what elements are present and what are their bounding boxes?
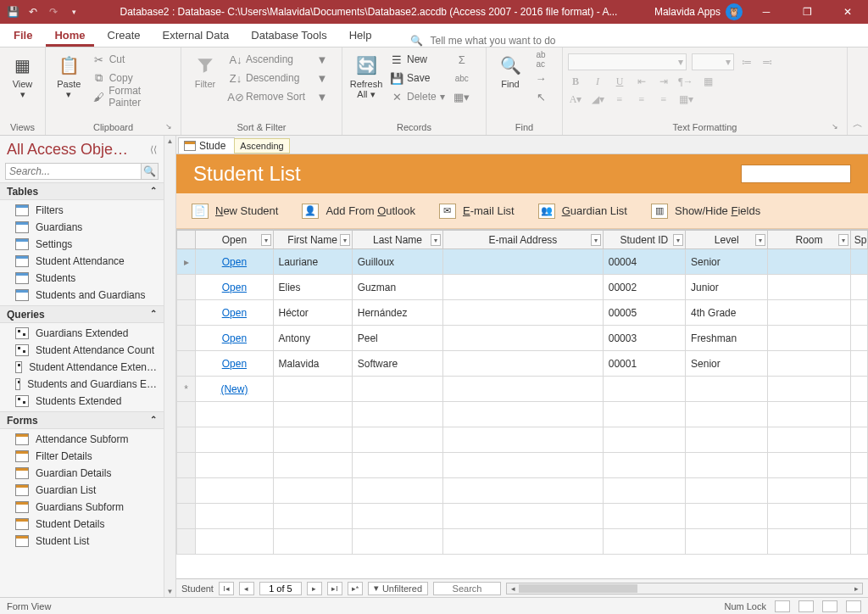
- cell-first-name[interactable]: Elies: [273, 275, 352, 300]
- row-selector[interactable]: [177, 351, 196, 377]
- cell-room[interactable]: [768, 300, 850, 326]
- nav-item[interactable]: Guardians: [0, 219, 164, 236]
- search-input[interactable]: [5, 163, 142, 180]
- column-dropdown-icon[interactable]: ▾: [755, 234, 765, 246]
- nav-item[interactable]: Guardians Subform: [0, 499, 164, 516]
- row-selector[interactable]: [177, 275, 196, 300]
- align-center-icon[interactable]: ≡: [634, 93, 649, 106]
- tell-me-search[interactable]: 🔍 Tell me what you want to do: [410, 35, 555, 47]
- cell-email[interactable]: [443, 275, 604, 300]
- find-button[interactable]: 🔍 Find: [492, 50, 529, 89]
- cell-first-name[interactable]: Malavida: [273, 351, 352, 377]
- column-dropdown-icon[interactable]: ▾: [340, 234, 350, 246]
- scroll-down-icon[interactable]: ▼: [167, 588, 174, 595]
- table-row[interactable]: ▸OpenLaurianeGuilloux00004Senior: [177, 249, 868, 275]
- column-dropdown-icon[interactable]: ▾: [261, 234, 271, 246]
- nav-item[interactable]: Student Attendance Count: [0, 342, 164, 359]
- gridlines-icon[interactable]: ▦: [700, 75, 715, 88]
- column-header[interactable]: Student ID▾: [603, 231, 685, 249]
- scroll-left-icon[interactable]: ◂: [507, 584, 519, 593]
- nav-item[interactable]: Students Extended: [0, 393, 164, 410]
- redo-icon[interactable]: ↷: [44, 3, 63, 21]
- column-dropdown-icon[interactable]: ▾: [591, 234, 601, 246]
- table-row[interactable]: OpenEliesGuzman00002Junior: [177, 275, 868, 300]
- nav-item[interactable]: Guardian List: [0, 482, 164, 499]
- cell-first-name[interactable]: Lauriane: [273, 249, 352, 275]
- column-header[interactable]: Last Name▾: [352, 231, 442, 249]
- filter-status[interactable]: ▾Unfiltered: [368, 582, 428, 595]
- font-color-button[interactable]: A▾: [568, 93, 583, 106]
- form-search-input[interactable]: [741, 165, 851, 183]
- cell-email[interactable]: [443, 326, 604, 351]
- search-icon[interactable]: 🔍: [142, 163, 159, 180]
- cell-extra[interactable]: [850, 249, 867, 275]
- tab-help[interactable]: Help: [341, 25, 381, 47]
- column-header[interactable]: Room▾: [768, 231, 850, 249]
- cell-first-name[interactable]: Héctor: [273, 300, 352, 326]
- restore-button[interactable]: ❐: [790, 0, 824, 24]
- scrollbar-thumb[interactable]: [519, 584, 637, 593]
- selection-filter-button[interactable]: ▼: [314, 50, 331, 69]
- open-link[interactable]: Open: [196, 326, 273, 351]
- row-selector[interactable]: [177, 326, 196, 351]
- spelling-button[interactable]: abc: [453, 69, 470, 87]
- ltr-icon[interactable]: ¶→: [678, 75, 693, 88]
- last-record-button[interactable]: ▸I: [327, 582, 342, 595]
- cell-student-id[interactable]: 00005: [603, 300, 685, 326]
- cell-student-id[interactable]: 00002: [603, 275, 685, 300]
- guardian-list-button[interactable]: 👥Guardian List: [538, 204, 627, 219]
- align-right-icon[interactable]: ≡: [656, 93, 671, 106]
- cell-extra[interactable]: [850, 326, 867, 351]
- column-dropdown-icon[interactable]: ▾: [431, 234, 441, 246]
- cell-extra[interactable]: [850, 300, 867, 326]
- cell-email[interactable]: [443, 249, 604, 275]
- minimize-button[interactable]: ─: [749, 0, 783, 24]
- nav-item[interactable]: Settings: [0, 236, 164, 253]
- column-dropdown-icon[interactable]: ▾: [838, 234, 849, 246]
- nav-item[interactable]: Guardians Extended: [0, 325, 164, 342]
- nav-item[interactable]: Filter Details: [0, 448, 164, 465]
- row-selector[interactable]: [177, 300, 196, 326]
- bold-button[interactable]: B: [568, 75, 583, 88]
- more-records-button[interactable]: ▦▾: [453, 87, 470, 106]
- tab-file[interactable]: File: [5, 25, 41, 47]
- ascending-button[interactable]: A↓Ascending: [227, 50, 307, 69]
- format-painter-button[interactable]: 🖌Format Painter: [91, 87, 175, 106]
- row-selector[interactable]: ▸: [177, 249, 196, 275]
- toggle-filter-button[interactable]: ▼: [314, 87, 331, 106]
- cell-first-name[interactable]: Antony: [273, 326, 352, 351]
- dialog-launcher-icon[interactable]: ↘: [164, 122, 174, 132]
- navpane-header[interactable]: All Access Obje… ⟨⟨: [0, 136, 164, 160]
- nav-item[interactable]: Student Attendance Exten…: [0, 359, 164, 376]
- form-view-button[interactable]: [775, 600, 790, 612]
- first-record-button[interactable]: I◂: [219, 582, 234, 595]
- cell-last-name[interactable]: Software: [352, 351, 442, 377]
- cell-level[interactable]: Freshman: [686, 326, 768, 351]
- record-search-input[interactable]: [433, 582, 501, 595]
- align-left-icon[interactable]: ≡: [612, 93, 627, 106]
- cell-last-name[interactable]: Hernández: [352, 300, 442, 326]
- replace-button[interactable]: abac: [532, 50, 549, 69]
- nav-section-queries[interactable]: Queries⌃: [0, 305, 164, 323]
- font-name-select[interactable]: ▾: [568, 53, 687, 70]
- totals-button[interactable]: Σ: [453, 50, 470, 69]
- indent-decrease-icon[interactable]: ⇤: [634, 75, 649, 88]
- filter-button[interactable]: Filter: [186, 50, 224, 89]
- new-student-button[interactable]: 📄New Student: [192, 204, 278, 219]
- cell-last-name[interactable]: Peel: [352, 326, 442, 351]
- cell-room[interactable]: [768, 351, 850, 377]
- tab-external-data[interactable]: External Data: [154, 25, 238, 47]
- refresh-all-button[interactable]: 🔄 Refresh All ▾: [348, 50, 385, 99]
- cell-student-id[interactable]: 00001: [603, 351, 685, 377]
- tab-home[interactable]: Home: [46, 25, 93, 47]
- column-header[interactable]: E-mail Address▾: [443, 231, 604, 249]
- show-hide-fields-button[interactable]: ▥Show/Hide Fields: [651, 204, 760, 219]
- alt-fill-icon[interactable]: ▦▾: [678, 93, 693, 106]
- horizontal-scrollbar[interactable]: ◂ ▸: [506, 583, 863, 594]
- cell-extra[interactable]: [850, 275, 867, 300]
- save-icon[interactable]: 💾: [3, 3, 22, 21]
- new-record-button[interactable]: ☰New: [388, 50, 447, 69]
- navpane-scrollbar[interactable]: ▲ ▼: [164, 136, 175, 597]
- open-link[interactable]: Open: [196, 351, 273, 377]
- paste-button[interactable]: 📋 Paste▾: [51, 50, 87, 99]
